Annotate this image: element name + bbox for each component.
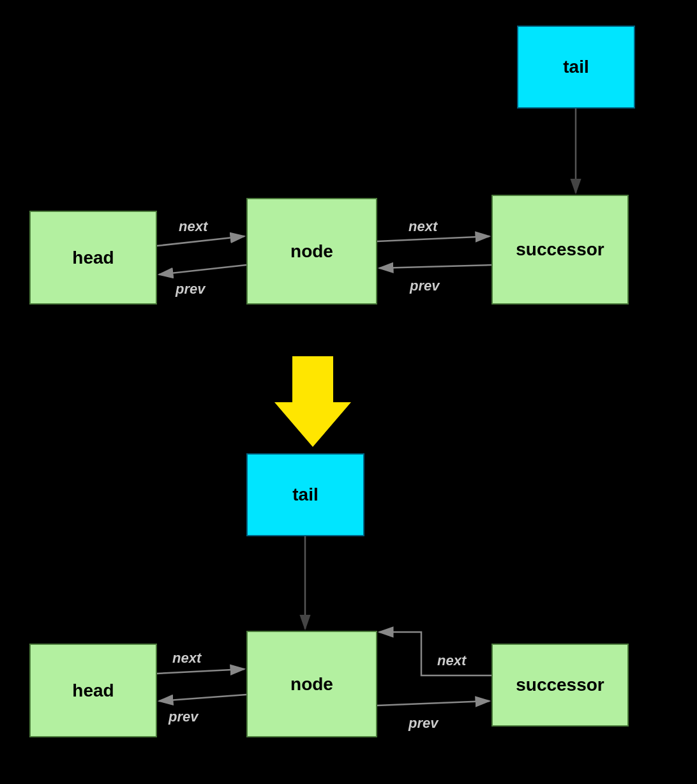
- top-successor-label: successor: [516, 239, 604, 260]
- bottom-node-box: node: [246, 631, 377, 737]
- svg-text:next: next: [408, 218, 438, 234]
- top-node-label: node: [290, 241, 333, 262]
- svg-text:prev: prev: [175, 281, 206, 297]
- svg-line-18: [377, 701, 490, 705]
- bottom-successor-label: successor: [516, 675, 604, 695]
- bottom-successor-box: successor: [491, 644, 629, 727]
- bottom-tail-label: tail: [292, 485, 318, 505]
- svg-text:next: next: [172, 650, 202, 666]
- bottom-node-label: node: [290, 674, 333, 695]
- top-head-label: head: [72, 248, 114, 268]
- top-tail-box: tail: [517, 26, 635, 109]
- svg-text:next: next: [179, 218, 209, 234]
- svg-line-15: [159, 695, 246, 701]
- svg-text:prev: prev: [408, 715, 439, 731]
- svg-line-3: [157, 236, 244, 246]
- svg-text:prev: prev: [168, 709, 199, 725]
- svg-line-13: [157, 669, 244, 674]
- top-head-box: head: [29, 211, 157, 305]
- top-node-box: node: [246, 198, 377, 305]
- bottom-tail-box: tail: [246, 453, 364, 536]
- svg-text:prev: prev: [409, 278, 440, 294]
- svg-text:next: next: [437, 652, 467, 668]
- bottom-head-label: head: [72, 681, 114, 701]
- bottom-head-box: head: [29, 644, 157, 737]
- top-tail-label: tail: [563, 57, 588, 77]
- top-successor-box: successor: [491, 195, 629, 305]
- svg-line-9: [379, 265, 491, 268]
- svg-marker-11: [274, 356, 351, 447]
- svg-line-7: [377, 236, 490, 241]
- svg-line-5: [159, 265, 246, 275]
